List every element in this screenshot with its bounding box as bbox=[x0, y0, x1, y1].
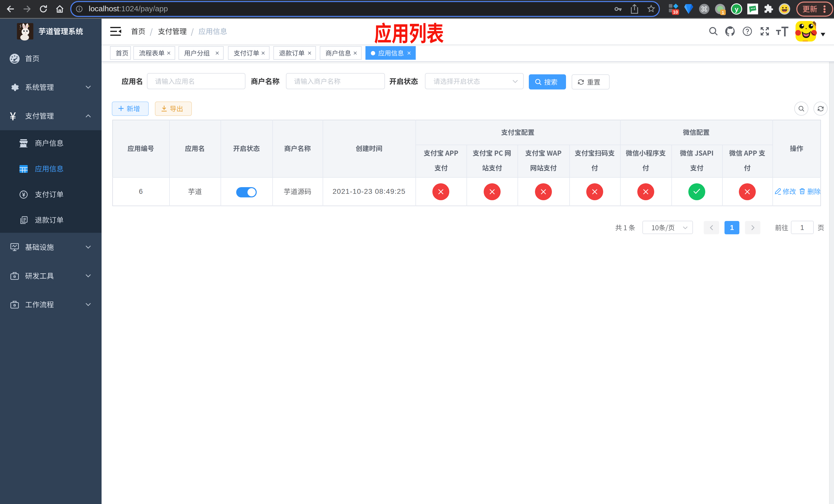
svg-text:y: y bbox=[735, 5, 739, 13]
svg-text:1: 1 bbox=[722, 10, 724, 15]
svg-text:10: 10 bbox=[673, 10, 678, 15]
